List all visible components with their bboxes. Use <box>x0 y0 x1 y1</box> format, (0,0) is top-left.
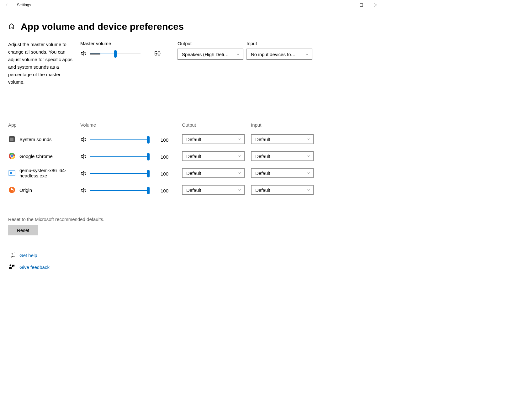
help-links: ? Get help Give feedback <box>8 252 375 270</box>
apps-header-row: App Volume Output Input <box>8 122 375 128</box>
app-output-value: Default <box>186 137 237 142</box>
app-volume-cell: 100 <box>80 152 182 161</box>
app-input-value: Default <box>255 137 306 142</box>
app-label: qemu-system-x86_64-headless.exe <box>19 168 78 178</box>
home-icon[interactable] <box>8 23 15 31</box>
feedback-icon <box>8 264 15 270</box>
app-label: Google Chrome <box>19 154 78 159</box>
svg-point-8 <box>11 155 13 157</box>
apps-section: App Volume Output Input System sounds100… <box>8 122 375 198</box>
app-row: Google Chrome100DefaultDefault <box>8 148 375 165</box>
chevron-down-icon <box>306 188 310 192</box>
app-volume-slider[interactable] <box>90 136 148 144</box>
col-app: App <box>8 122 80 128</box>
app-icon <box>8 135 16 143</box>
chevron-down-icon <box>237 137 241 141</box>
app-input-cell: Default <box>251 151 320 161</box>
app-input-dropdown[interactable]: Default <box>251 134 314 144</box>
app-input-value: Default <box>255 187 306 193</box>
app-name-cell: Origin <box>8 186 80 194</box>
speaker-icon[interactable] <box>80 187 87 195</box>
speaker-icon[interactable] <box>80 50 87 58</box>
app-output-cell: Default <box>182 151 251 161</box>
master-output-col: Output Speakers (High Defi… <box>178 41 247 60</box>
app-output-value: Default <box>186 154 237 159</box>
page-title: App volume and device preferences <box>21 21 184 32</box>
master-output-dropdown[interactable]: Speakers (High Defi… <box>178 49 243 60</box>
app-row: qemu-system-x86_64-headless.exe100Defaul… <box>8 165 375 181</box>
svg-rect-10 <box>10 172 12 174</box>
titlebar: Settings <box>0 0 383 10</box>
chevron-down-icon <box>237 188 241 192</box>
chevron-down-icon <box>237 171 241 175</box>
close-button[interactable] <box>369 0 383 10</box>
app-volume-value: 100 <box>156 188 168 193</box>
give-feedback-link[interactable]: Give feedback <box>8 264 375 270</box>
speaker-icon[interactable] <box>80 170 87 178</box>
reset-section: Reset to the Microsoft recommended defau… <box>8 217 375 235</box>
app-icon <box>8 186 16 194</box>
back-button[interactable] <box>3 3 15 7</box>
maximize-button[interactable] <box>354 0 369 10</box>
master-row: Adjust the master volume to change all s… <box>8 41 375 86</box>
app-volume-cell: 100 <box>80 186 182 195</box>
page-header: App volume and device preferences <box>8 21 375 32</box>
col-input: Input <box>251 122 320 128</box>
master-input-dropdown[interactable]: No input devices fo… <box>247 49 312 60</box>
svg-point-13 <box>10 265 11 266</box>
chevron-down-icon <box>306 154 310 158</box>
app-volume-value: 100 <box>156 137 168 143</box>
app-volume-slider[interactable] <box>90 170 148 177</box>
chevron-down-icon <box>306 137 310 141</box>
app-output-dropdown[interactable]: Default <box>182 151 245 161</box>
app-name-cell: System sounds <box>8 135 80 143</box>
get-help-link[interactable]: ? Get help <box>8 252 375 259</box>
master-volume-label: Master volume <box>80 41 178 46</box>
col-output: Output <box>182 122 251 128</box>
app-volume-slider[interactable] <box>90 153 148 160</box>
app-output-dropdown[interactable]: Default <box>182 134 245 144</box>
help-icon: ? <box>8 252 15 259</box>
app-input-value: Default <box>255 171 306 176</box>
chevron-down-icon <box>305 52 309 56</box>
app-input-dropdown[interactable]: Default <box>251 185 314 195</box>
master-output-value: Speakers (High Defi… <box>182 52 236 57</box>
app-volume-cell: 100 <box>80 135 182 144</box>
app-row: Origin100DefaultDefault <box>8 181 375 198</box>
app-volume-value: 100 <box>156 154 168 160</box>
master-input-col: Input No input devices fo… <box>247 41 316 60</box>
app-input-dropdown[interactable]: Default <box>251 151 314 161</box>
app-volume-slider[interactable] <box>90 187 148 194</box>
svg-rect-1 <box>360 4 363 7</box>
master-volume-value: 50 <box>148 50 161 57</box>
app-row: System sounds100DefaultDefault <box>8 131 375 148</box>
app-output-dropdown[interactable]: Default <box>182 168 245 178</box>
speaker-icon[interactable] <box>80 153 87 161</box>
col-volume: Volume <box>80 122 182 128</box>
reset-description: Reset to the Microsoft recommended defau… <box>8 217 375 222</box>
app-output-value: Default <box>186 187 237 193</box>
app-name-cell: Google Chrome <box>8 152 80 160</box>
app-volume-cell: 100 <box>80 169 182 178</box>
app-output-cell: Default <box>182 134 251 144</box>
app-label: System sounds <box>19 137 78 142</box>
give-feedback-label: Give feedback <box>19 265 50 270</box>
get-help-label: Get help <box>19 253 37 258</box>
window-title: Settings <box>17 3 31 7</box>
speaker-icon[interactable] <box>80 136 87 144</box>
reset-button[interactable]: Reset <box>8 225 38 235</box>
app-icon <box>8 152 16 160</box>
minimize-button[interactable] <box>340 0 354 10</box>
window-controls <box>340 0 383 10</box>
app-output-cell: Default <box>182 168 251 178</box>
master-input-label: Input <box>247 41 316 46</box>
master-volume-slider[interactable] <box>90 50 141 58</box>
app-input-value: Default <box>255 154 306 159</box>
master-output-label: Output <box>178 41 247 46</box>
app-input-cell: Default <box>251 168 320 178</box>
master-description: Adjust the master volume to change all s… <box>8 41 80 86</box>
svg-text:?: ? <box>12 253 13 256</box>
app-output-dropdown[interactable]: Default <box>182 185 245 195</box>
app-input-dropdown[interactable]: Default <box>251 168 314 178</box>
app-input-cell: Default <box>251 134 320 144</box>
